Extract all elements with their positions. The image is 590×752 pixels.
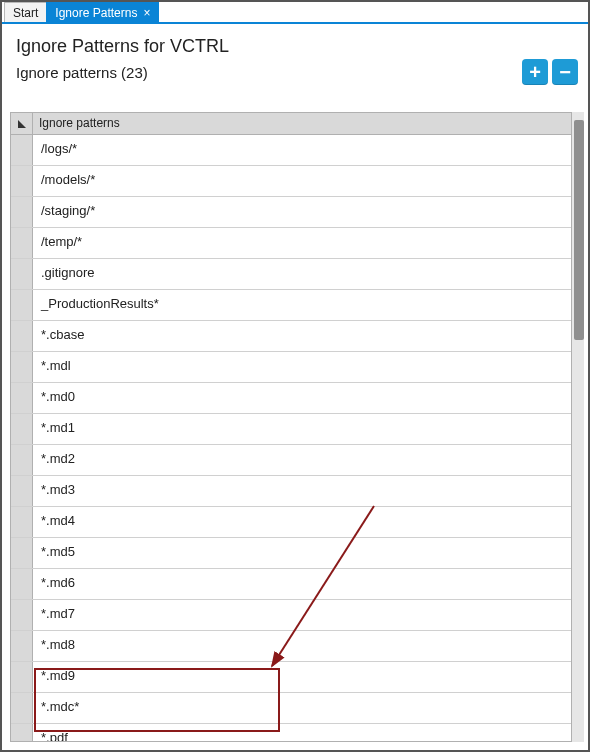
remove-button[interactable]: −: [552, 59, 578, 85]
pattern-cell[interactable]: *.md5: [33, 538, 571, 568]
page-title: Ignore Patterns for VCTRL: [16, 36, 574, 57]
window: Start Ignore Patterns × Ignore Patterns …: [0, 0, 590, 752]
row-header[interactable]: [11, 538, 33, 568]
pattern-cell[interactable]: *.md9: [33, 662, 571, 692]
row-header[interactable]: [11, 507, 33, 537]
row-header[interactable]: [11, 693, 33, 723]
tab-ignore-patterns[interactable]: Ignore Patterns ×: [46, 2, 159, 22]
table-row[interactable]: *.md7: [11, 600, 571, 631]
toolbar: + −: [522, 59, 578, 85]
row-header[interactable]: [11, 476, 33, 506]
content-area: Ignore Patterns for VCTRL Ignore pattern…: [4, 26, 586, 748]
row-header[interactable]: [11, 228, 33, 258]
table-row[interactable]: *.md8: [11, 631, 571, 662]
close-icon[interactable]: ×: [143, 6, 150, 20]
row-header[interactable]: [11, 135, 33, 165]
row-header[interactable]: [11, 631, 33, 661]
pattern-cell[interactable]: *.mdl: [33, 352, 571, 382]
row-header[interactable]: [11, 600, 33, 630]
table-row[interactable]: *.md3: [11, 476, 571, 507]
row-header[interactable]: [11, 290, 33, 320]
table-row[interactable]: *.cbase: [11, 321, 571, 352]
pattern-cell[interactable]: _ProductionResults*: [33, 290, 571, 320]
plus-icon: +: [529, 61, 541, 84]
row-header[interactable]: [11, 414, 33, 444]
table-row[interactable]: _ProductionResults*: [11, 290, 571, 321]
table-row[interactable]: /staging/*: [11, 197, 571, 228]
pattern-cell[interactable]: /models/*: [33, 166, 571, 196]
pattern-cell[interactable]: *.md1: [33, 414, 571, 444]
triangle-icon: [17, 119, 27, 129]
pattern-cell[interactable]: *.md2: [33, 445, 571, 475]
table-row[interactable]: /logs/*: [11, 135, 571, 166]
page-subtitle: Ignore patterns (23): [16, 64, 148, 81]
row-header[interactable]: [11, 662, 33, 692]
row-header[interactable]: [11, 259, 33, 289]
pattern-cell[interactable]: *.md6: [33, 569, 571, 599]
vertical-scrollbar[interactable]: [572, 112, 584, 742]
table-row[interactable]: *.md2: [11, 445, 571, 476]
column-header-patterns[interactable]: Ignore patterns: [33, 113, 571, 134]
table-row[interactable]: *.pdf: [11, 724, 571, 742]
table-row[interactable]: *.md0: [11, 383, 571, 414]
table-row[interactable]: *.md5: [11, 538, 571, 569]
table-row[interactable]: /models/*: [11, 166, 571, 197]
minus-icon: −: [559, 61, 571, 84]
add-button[interactable]: +: [522, 59, 548, 85]
table-row[interactable]: *.md4: [11, 507, 571, 538]
grid-body: /logs/*/models/*/staging/*/temp/*.gitign…: [11, 135, 571, 742]
table-row[interactable]: .gitignore: [11, 259, 571, 290]
pattern-cell[interactable]: *.mdc*: [33, 693, 571, 723]
pattern-cell[interactable]: /temp/*: [33, 228, 571, 258]
pattern-cell[interactable]: *.md4: [33, 507, 571, 537]
tab-ignore-label: Ignore Patterns: [55, 6, 137, 20]
select-all-corner[interactable]: [11, 113, 33, 134]
table-row[interactable]: *.md6: [11, 569, 571, 600]
row-header[interactable]: [11, 321, 33, 351]
row-header[interactable]: [11, 166, 33, 196]
pattern-cell[interactable]: *.md8: [33, 631, 571, 661]
tab-bar: Start Ignore Patterns ×: [2, 2, 588, 24]
pattern-cell[interactable]: *.md3: [33, 476, 571, 506]
pattern-cell[interactable]: *.cbase: [33, 321, 571, 351]
row-header[interactable]: [11, 445, 33, 475]
grid-header: Ignore patterns: [11, 113, 571, 135]
table-row[interactable]: *.mdl: [11, 352, 571, 383]
table-row[interactable]: *.mdc*: [11, 693, 571, 724]
pattern-cell[interactable]: /logs/*: [33, 135, 571, 165]
row-header[interactable]: [11, 352, 33, 382]
pattern-cell[interactable]: .gitignore: [33, 259, 571, 289]
pattern-cell[interactable]: *.pdf: [33, 724, 571, 742]
tab-start-label: Start: [13, 6, 38, 20]
scrollbar-thumb[interactable]: [574, 120, 584, 340]
row-header[interactable]: [11, 383, 33, 413]
table-row[interactable]: *.md9: [11, 662, 571, 693]
pattern-cell[interactable]: *.md7: [33, 600, 571, 630]
pattern-cell[interactable]: /staging/*: [33, 197, 571, 227]
row-header[interactable]: [11, 724, 33, 742]
tab-start[interactable]: Start: [4, 2, 47, 22]
row-header[interactable]: [11, 569, 33, 599]
row-header[interactable]: [11, 197, 33, 227]
table-row[interactable]: *.md1: [11, 414, 571, 445]
pattern-cell[interactable]: *.md0: [33, 383, 571, 413]
table-row[interactable]: /temp/*: [11, 228, 571, 259]
patterns-grid: Ignore patterns /logs/*/models/*/staging…: [10, 112, 572, 742]
